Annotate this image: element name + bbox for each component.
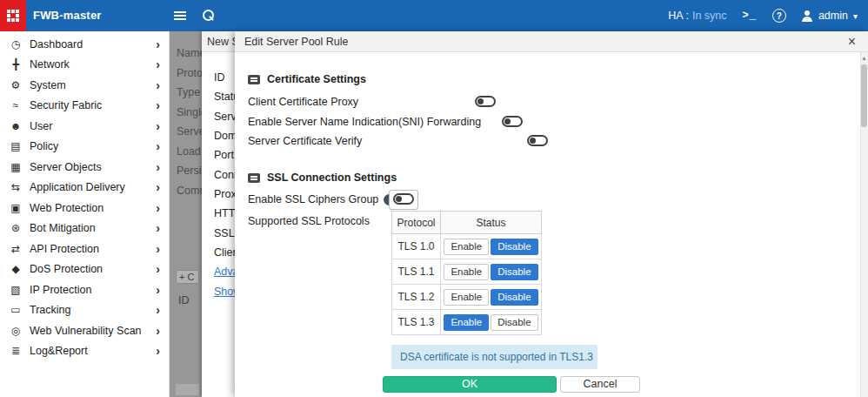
- protocol-cell: TLS 1.2: [392, 285, 441, 310]
- sidebar-item-tracking[interactable]: ▭ Tracking ›: [0, 300, 169, 321]
- backdrop-field-label: Persis: [177, 165, 202, 177]
- sidebar-item-label: Dashboard: [30, 38, 83, 50]
- sidebar-item-bot-mitigation[interactable]: ⊛ Bot Mitigation ›: [0, 219, 169, 239]
- panel-field-label: Clien: [214, 246, 235, 259]
- server-certificate-verify-toggle[interactable]: [527, 135, 548, 146]
- protocol-column-header: Protocol: [392, 212, 441, 234]
- lock-icon: ▣: [10, 202, 22, 214]
- dsa-tls13-alert: DSA certificate is not supported in TLS1…: [391, 345, 598, 369]
- backdrop-field-label: Type: [177, 86, 200, 98]
- table-row-tls-1-0: TLS 1.0 EnableDisable: [392, 234, 542, 259]
- chevron-down-icon: ▾: [853, 11, 858, 21]
- close-icon[interactable]: ×: [848, 33, 856, 50]
- show-link-clipped[interactable]: Show: [214, 286, 235, 298]
- tls13-enable-button[interactable]: Enable: [444, 314, 489, 331]
- tls12-disable-button[interactable]: Disable: [491, 289, 537, 306]
- sidebar-item-label: Security Fabric: [30, 99, 102, 111]
- ha-label: HA :: [668, 10, 689, 22]
- backdrop-field-label: Load: [177, 145, 201, 158]
- sidebar-item-label: Policy: [30, 140, 58, 152]
- sidebar-item-application-delivery[interactable]: ⇆ Application Delivery ›: [0, 178, 169, 198]
- scan-magnifier-icon: ◎: [10, 325, 22, 337]
- sidebar-item-label: User: [30, 120, 52, 132]
- cancel-button[interactable]: Cancel: [560, 376, 640, 393]
- tls11-enable-button[interactable]: Enable: [444, 264, 489, 280]
- sni-forwarding-toggle[interactable]: [502, 116, 523, 127]
- api-protection-icon: ⇄: [10, 243, 22, 255]
- server-objects-icon: ▦: [10, 161, 22, 173]
- enable-ssl-ciphers-group-toggle[interactable]: [393, 193, 414, 205]
- fortinet-grid-icon: [7, 10, 19, 22]
- sidebar-item-label: Bot Mitigation: [30, 222, 96, 234]
- certificate-settings-section-header: Certificate Settings: [248, 73, 366, 85]
- search-icon[interactable]: [203, 10, 215, 25]
- backdrop-footer-box: [176, 384, 199, 395]
- sidebar-item-web-protection[interactable]: ▣ Web Protection ›: [0, 198, 169, 219]
- gear-icon: ⚙: [10, 79, 22, 91]
- dashboard-icon: ◷: [10, 38, 22, 50]
- client-certificate-proxy-label: Client Certificate Proxy: [248, 96, 358, 108]
- new-server-pool-rule-panel: New S ID Statu Serve Doma Port Conn Prox…: [202, 31, 235, 397]
- ok-button[interactable]: OK: [383, 376, 557, 393]
- user-icon: ☻: [10, 120, 22, 132]
- help-icon[interactable]: ?: [772, 9, 786, 23]
- sidebar-item-dos-protection[interactable]: ◆ DoS Protection ›: [0, 259, 169, 280]
- panel-field-label: ID: [214, 71, 225, 84]
- scrollbar-up-arrow-icon[interactable]: ▲: [861, 55, 867, 62]
- app-title: FWB-master: [33, 9, 102, 22]
- backdrop-id-column-header: ID: [178, 294, 190, 306]
- sidebar-item-network[interactable]: ╋ Network ›: [0, 55, 169, 76]
- sidebar-item-ip-protection[interactable]: ▧ IP Protection ›: [0, 279, 169, 300]
- chevron-right-icon: ›: [156, 325, 160, 337]
- panel-title: New S: [202, 31, 235, 52]
- tls11-disable-button[interactable]: Disable: [491, 264, 537, 280]
- tls12-enable-button[interactable]: Enable: [444, 289, 489, 306]
- sidebar-nav: ◷ Dashboard › ╋ Network › ⚙ System › ≈ S…: [0, 31, 170, 397]
- admin-menu[interactable]: admin ▾: [802, 10, 858, 22]
- chevron-right-icon: ›: [156, 243, 160, 255]
- tls10-enable-button[interactable]: Enable: [444, 239, 489, 255]
- backdrop-field-label: Serve: [177, 125, 202, 138]
- chevron-right-icon: ›: [156, 38, 160, 50]
- chevron-right-icon: ›: [156, 58, 160, 71]
- tls13-disable-button[interactable]: Disable: [491, 314, 537, 331]
- protocol-cell: TLS 1.1: [392, 259, 441, 285]
- sidebar-item-web-vulnerability-scan[interactable]: ◎ Web Vulnerability Scan ›: [0, 320, 169, 341]
- sidebar-item-user[interactable]: ☻ User ›: [0, 116, 169, 137]
- client-certificate-proxy-toggle[interactable]: [475, 96, 496, 107]
- application-delivery-icon: ⇆: [10, 181, 22, 193]
- sidebar-item-label: IP Protection: [30, 284, 91, 296]
- fortinet-logo: [0, 0, 26, 31]
- backdrop-field-label: Single: [177, 106, 202, 118]
- ssl-protocols-table: Protocol Status TLS 1.0 EnableDisable TL…: [391, 211, 542, 335]
- protocol-cell: TLS 1.0: [392, 234, 441, 259]
- tls10-disable-button[interactable]: Disable: [491, 239, 537, 255]
- sidebar-item-api-protection[interactable]: ⇄ API Protection ›: [0, 239, 169, 259]
- sidebar-item-server-objects[interactable]: ▦ Server Objects ›: [0, 157, 169, 178]
- sidebar-item-security-fabric[interactable]: ≈ Security Fabric ›: [0, 96, 169, 117]
- menu-hamburger-icon[interactable]: [174, 11, 186, 20]
- panel-field-label: Doma: [214, 130, 235, 142]
- section-title: Certificate Settings: [267, 73, 366, 85]
- sidebar-item-label: System: [30, 79, 66, 91]
- chevron-right-icon: ›: [156, 202, 160, 214]
- network-icon: ╋: [10, 58, 22, 71]
- top-bar: FWB-master HA :In sync >_ ? admin ▾: [0, 0, 868, 31]
- edit-server-pool-rule-modal: Edit Server Pool Rule × Certificate Sett…: [235, 31, 868, 397]
- cli-console-icon[interactable]: >_: [743, 10, 757, 22]
- fortiweb-app: FWB-master HA :In sync >_ ? admin ▾ ◷ Da…: [0, 0, 868, 397]
- chevron-right-icon: ›: [156, 99, 160, 111]
- sidebar-item-label: Web Vulnerability Scan: [30, 325, 142, 337]
- modal-scrollbar-thumb[interactable]: [861, 64, 867, 127]
- create-new-button-clipped: + C: [176, 270, 199, 284]
- ip-protection-icon: ▧: [10, 284, 22, 296]
- sidebar-item-log-report[interactable]: ≣ Log&Report ›: [0, 341, 169, 362]
- sidebar-item-system[interactable]: ⚙ System ›: [0, 75, 169, 96]
- sidebar-item-policy[interactable]: ▤ Policy ›: [0, 137, 169, 158]
- advanced-link-clipped[interactable]: Adva: [214, 266, 235, 278]
- panel-field-label: SSL: [214, 227, 235, 239]
- panel-field-label: HTTP: [214, 207, 235, 219]
- dimmed-backdrop: Name Proto Type Single Serve Load Persis…: [170, 31, 202, 397]
- sidebar-item-dashboard[interactable]: ◷ Dashboard ›: [0, 34, 169, 55]
- backdrop-field-label: Comr: [177, 185, 202, 197]
